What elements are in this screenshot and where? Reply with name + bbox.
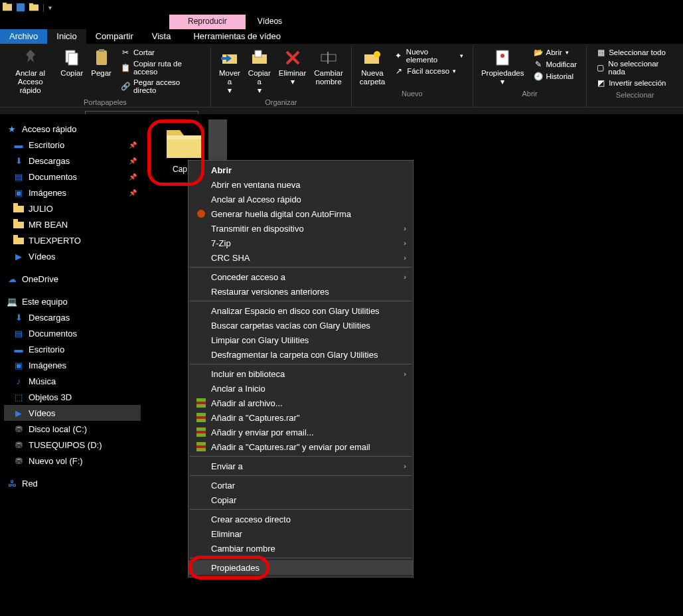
nav-disco-c[interactable]: ⛃Disco local (C:) xyxy=(4,421,141,437)
ctx-rar-captures-email[interactable]: Añadir a "Captures.rar" y enviar por ema… xyxy=(189,439,413,454)
nav-imagenes-pc[interactable]: ▣Imágenes xyxy=(4,357,141,373)
cube-icon: ⬚ xyxy=(13,392,24,402)
cortar-button[interactable]: ✂Cortar xyxy=(118,46,204,58)
svg-rect-25 xyxy=(13,219,18,222)
nav-videos-pc[interactable]: ▶Vídeos xyxy=(4,405,141,421)
ctx-autofirma[interactable]: Generar huella digital con AutoFirma xyxy=(189,206,413,221)
path-icon: 📋 xyxy=(121,63,130,72)
nav-tuexperto[interactable]: TUEXPERTO xyxy=(4,232,141,248)
nav-documentos[interactable]: ▤Documentos📌 xyxy=(4,169,141,185)
ctx-glary-desfrag[interactable]: Desfragmentar la carpeta con Glary Utili… xyxy=(189,347,413,362)
nav-escritorio-pc[interactable]: ▬Escritorio xyxy=(4,341,141,357)
submenu-arrow-icon: › xyxy=(404,370,406,378)
ctx-glary-limpiar[interactable]: Limpiar con Glary Utilities xyxy=(189,333,413,347)
nav-escritorio[interactable]: ▬Escritorio📌 xyxy=(4,137,141,153)
svg-rect-2 xyxy=(17,3,25,11)
ctx-abrir-ventana[interactable]: Abrir en ventana nueva xyxy=(189,177,413,192)
ctx-crear-directo[interactable]: Crear acceso directo xyxy=(189,512,413,526)
eliminar-button[interactable]: Eliminar▾ xyxy=(275,46,311,88)
ctx-rar-anadir[interactable]: Añadir al archivo... xyxy=(189,396,413,410)
nav-nuevo-vol-f[interactable]: ⛃Nuevo vol (F:) xyxy=(4,453,141,469)
group-label-abrir: Abrir xyxy=(522,88,537,100)
ctx-copiar[interactable]: Copiar xyxy=(189,493,413,507)
modificar-button[interactable]: ✎Modificar xyxy=(531,58,580,70)
autofirma-icon xyxy=(195,208,207,219)
svg-point-17 xyxy=(374,51,380,58)
ctx-anclar-inicio[interactable]: Anclar a Inicio xyxy=(189,381,413,396)
qat-separator: | xyxy=(42,3,44,12)
ctx-restaurar[interactable]: Restaurar versiones anteriores xyxy=(189,284,413,299)
ctx-glary-vacias[interactable]: Buscar carpetas vacías con Glary Utiliti… xyxy=(189,318,413,333)
ctx-7zip[interactable]: 7-Zip› xyxy=(189,236,413,250)
ctx-anclar-rapido[interactable]: Anclar al Acceso rápido xyxy=(189,192,413,206)
ctx-enviar-a[interactable]: Enviar a› xyxy=(189,459,413,473)
nav-musica[interactable]: ♪Música xyxy=(4,373,141,389)
historial-button[interactable]: 🕘Historial xyxy=(531,70,580,82)
ctx-crc-sha[interactable]: CRC SHA› xyxy=(189,250,413,265)
nav-tree[interactable]: ★Acceso rápido ▬Escritorio📌 ⬇Descargas📌 … xyxy=(0,114,145,616)
ctx-eliminar[interactable]: Eliminar xyxy=(189,526,413,541)
ctx-conceder-acceso[interactable]: Conceder acceso a› xyxy=(189,270,413,284)
pictures-icon: ▣ xyxy=(13,187,24,198)
cambiar-nombre-button[interactable]: Cambiar nombre xyxy=(310,46,346,88)
ctx-abrir[interactable]: Abrir xyxy=(189,163,413,177)
nav-tusequipos-d[interactable]: ⛃TUSEQUIPOS (D:) xyxy=(4,437,141,453)
pegar-button[interactable]: Pegar xyxy=(87,46,115,79)
propiedades-button[interactable]: Propiedades▾ xyxy=(477,46,528,88)
invertir-seleccion-button[interactable]: ◩Invertir selección xyxy=(593,77,676,89)
copiar-ruta-button[interactable]: 📋Copiar ruta de acceso xyxy=(118,58,204,77)
ctx-transmitir[interactable]: Transmitir en dispositivo› xyxy=(189,221,413,236)
ctx-rar-email[interactable]: Añadir y enviar por email... xyxy=(189,425,413,439)
nav-red[interactable]: 🖧Red xyxy=(4,475,141,491)
mover-a-button[interactable]: Mover a▾ xyxy=(215,46,244,96)
nuevo-elemento-button[interactable]: ✦Nuevo elemento ▾ xyxy=(392,46,466,65)
svg-rect-30 xyxy=(167,135,201,139)
ctx-rar-captures[interactable]: Añadir a "Captures.rar" xyxy=(189,410,413,425)
tab-vista[interactable]: Vista xyxy=(143,29,181,44)
nav-onedrive[interactable]: ☁OneDrive xyxy=(4,271,141,287)
rar-icon xyxy=(195,398,207,408)
copiar-button[interactable]: Copiar xyxy=(56,46,87,79)
ctx-cortar[interactable]: Cortar xyxy=(189,478,413,493)
nav-acceso-rapido[interactable]: ★Acceso rápido xyxy=(4,121,141,137)
ctx-propiedades[interactable]: Propiedades xyxy=(189,560,413,575)
shortcut-icon: 🔗 xyxy=(121,82,130,91)
tab-compartir[interactable]: Compartir xyxy=(86,29,143,44)
nav-videos[interactable]: ▶Vídeos xyxy=(4,248,141,264)
tab-herramientas-video[interactable]: Herramientas de vídeo xyxy=(184,29,290,44)
copiar-a-button[interactable]: Copiar a▾ xyxy=(244,46,275,96)
nueva-carpeta-button[interactable]: Nueva carpeta xyxy=(356,46,389,88)
seleccionar-todo-button[interactable]: ▦Seleccionar todo xyxy=(593,46,676,58)
folder-icon xyxy=(29,3,38,12)
ctx-biblioteca[interactable]: Incluir en biblioteca› xyxy=(189,366,413,381)
svg-rect-3 xyxy=(29,5,38,11)
no-seleccionar-button[interactable]: ▢No seleccionar nada xyxy=(593,58,676,77)
ctx-cambiar-nombre[interactable]: Cambiar nombre xyxy=(189,541,413,556)
selall-icon: ▦ xyxy=(596,48,605,57)
svg-rect-26 xyxy=(13,238,24,244)
folder-icon xyxy=(13,235,24,246)
pegar-directo-button[interactable]: 🔗Pegar acceso directo xyxy=(118,77,204,96)
tab-archivo[interactable]: Archivo xyxy=(0,29,47,44)
nav-documentos-pc[interactable]: ▤Documentos xyxy=(4,325,141,341)
anclar-acceso-rapido-button[interactable]: Anclar al Acceso rápido xyxy=(4,46,56,96)
ribbon-group-portapapeles: Anclar al Acceso rápido Copiar Pegar ✂Co… xyxy=(0,46,211,107)
tab-inicio[interactable]: Inicio xyxy=(47,29,86,44)
videos-icon: ▶ xyxy=(13,408,24,418)
nav-este-equipo[interactable]: 💻Este equipo xyxy=(4,293,141,309)
nav-imagenes[interactable]: ▣Imágenes📌 xyxy=(4,185,141,200)
history-icon: 🕘 xyxy=(534,72,543,81)
nav-objetos3d[interactable]: ⬚Objetos 3D xyxy=(4,389,141,405)
app-icon xyxy=(3,3,12,12)
abrir-button[interactable]: 📂Abrir ▾ xyxy=(531,46,580,58)
qat-dropdown[interactable]: ▾ xyxy=(48,4,52,11)
ctx-glary-espacio[interactable]: Analizar Espacio en disco con Glary Util… xyxy=(189,303,413,318)
star-icon: ★ xyxy=(7,123,17,134)
nav-julio[interactable]: JULIO xyxy=(4,200,141,216)
facil-acceso-button[interactable]: ↗Fácil acceso ▾ xyxy=(392,65,466,77)
nav-mrbean[interactable]: MR BEAN xyxy=(4,216,141,232)
nav-descargas[interactable]: ⬇Descargas📌 xyxy=(4,153,141,169)
context-tab-reproducir[interactable]: Reproducir xyxy=(169,15,246,29)
nav-descargas-pc[interactable]: ⬇Descargas xyxy=(4,309,141,325)
save-icon[interactable] xyxy=(16,3,25,12)
